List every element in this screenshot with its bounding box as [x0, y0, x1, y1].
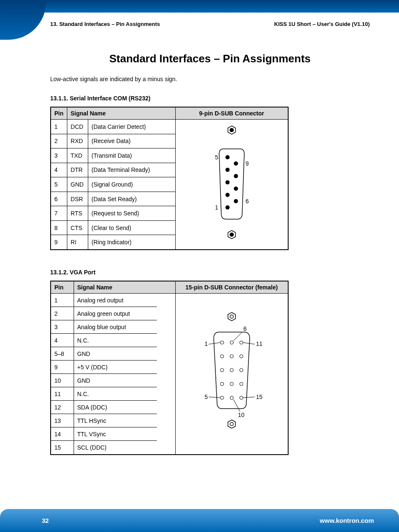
page-number: 32: [42, 517, 49, 524]
pin-cell: 13: [51, 414, 74, 427]
svg-point-9: [234, 174, 238, 178]
signal-cell: SDA (DDC): [74, 401, 175, 414]
pin-cell: 5–8: [51, 347, 74, 361]
dsub9-diagram: 5 9 1 6: [175, 120, 288, 250]
svg-text:11: 11: [256, 340, 263, 347]
intro-text: Low-active signals are indicated by a mi…: [50, 76, 370, 82]
section1-heading: 13.1.1. Serial Interface COM (RS232): [50, 95, 370, 102]
signal-cell: Analog red output: [74, 294, 175, 307]
svg-point-22: [220, 382, 224, 386]
svg-point-1: [230, 128, 234, 132]
svg-line-36: [209, 343, 220, 344]
svg-point-10: [234, 161, 238, 166]
svg-point-24: [230, 341, 233, 344]
svg-point-3: [225, 193, 230, 197]
section2-heading: 13.1.2. VGA Port: [50, 269, 370, 276]
signal-cell: SCL (DDC): [74, 441, 175, 455]
svg-point-21: [220, 368, 224, 372]
abbr-cell: GND: [67, 177, 88, 192]
svg-line-40: [243, 397, 255, 398]
page-footer: 32 www.kontron.com: [0, 509, 399, 532]
svg-text:15: 15: [256, 394, 263, 400]
pin-cell: 12: [51, 401, 74, 414]
svg-point-18: [230, 315, 233, 318]
pin-cell: 10: [51, 374, 74, 387]
th-signal: Signal Name: [74, 281, 175, 294]
pin-cell: 4: [51, 163, 67, 177]
svg-point-8: [234, 187, 238, 191]
svg-line-38: [243, 343, 255, 344]
vga-table: Pin Signal Name 15-pin D-SUB Connector (…: [50, 281, 289, 455]
th-pin: Pin: [51, 107, 67, 120]
pin-cell: 3: [51, 148, 67, 163]
svg-point-31: [240, 368, 243, 372]
svg-point-23: [220, 396, 224, 399]
pin-cell: 7: [51, 206, 67, 221]
svg-point-7: [234, 199, 238, 203]
pin-cell: 2: [51, 307, 74, 320]
th-pin: Pin: [51, 281, 74, 294]
svg-point-2: [225, 205, 230, 210]
svg-text:10: 10: [238, 412, 245, 418]
signal-cell: Analog green output: [74, 307, 175, 320]
pin-cell: 11: [51, 387, 74, 401]
svg-point-29: [240, 341, 243, 344]
svg-text:5: 5: [205, 394, 208, 400]
desc-cell: (Ring Indicator): [88, 235, 175, 250]
svg-text:1: 1: [205, 340, 208, 347]
footer-url: www.kontron.com: [320, 517, 374, 524]
header-left: 13. Standard Interfaces – Pin Assignment…: [50, 21, 160, 27]
serial-table: Pin Signal Name 9-pin D-SUB Connector 1 …: [50, 107, 289, 250]
signal-cell: GND: [74, 374, 175, 387]
pin-cell: 2: [51, 134, 67, 148]
desc-cell: (Receive Data): [88, 134, 175, 148]
desc-cell: (Signal Ground): [88, 177, 175, 192]
pin-cell: 3: [51, 320, 74, 334]
pin-cell: 1: [51, 120, 67, 134]
svg-point-30: [240, 355, 243, 358]
svg-point-19: [220, 341, 224, 344]
abbr-cell: DTR: [67, 163, 88, 177]
pin-cell: 1: [51, 294, 74, 307]
svg-point-35: [230, 422, 233, 426]
signal-cell: N.C.: [74, 387, 175, 401]
svg-point-26: [230, 368, 233, 372]
svg-point-25: [230, 355, 233, 358]
pin-cell: 9: [51, 235, 67, 250]
header-row: 13. Standard Interfaces – Pin Assignment…: [50, 21, 370, 27]
abbr-cell: CTS: [67, 220, 88, 235]
svg-point-20: [220, 355, 224, 358]
svg-marker-17: [228, 312, 235, 321]
svg-point-32: [240, 382, 243, 386]
page-content: 13. Standard Interfaces – Pin Assignment…: [0, 0, 399, 455]
abbr-cell: RTS: [67, 206, 88, 221]
desc-cell: (Data Carrier Detect): [88, 120, 175, 134]
abbr-cell: DCD: [67, 120, 88, 134]
desc-cell: (Data Set Ready): [88, 192, 175, 206]
signal-cell: +5 V (DDC): [74, 361, 175, 374]
dsub15-icon: 1 5 6 11 15 10: [196, 309, 267, 439]
dsub15-diagram: 1 5 6 11 15 10: [175, 294, 288, 455]
svg-text:1: 1: [215, 204, 218, 211]
svg-point-4: [225, 180, 230, 184]
svg-point-28: [230, 396, 233, 399]
svg-text:6: 6: [246, 198, 249, 205]
pin-cell: 8: [51, 220, 67, 235]
signal-cell: TTL VSync: [74, 427, 175, 441]
svg-point-6: [225, 155, 230, 159]
th-connector: 15-pin D-SUB Connector (female): [175, 281, 288, 294]
desc-cell: (Request to Send): [88, 206, 175, 221]
signal-cell: TTL HSync: [74, 414, 175, 427]
pin-cell: 6: [51, 192, 67, 206]
svg-line-37: [209, 397, 220, 398]
svg-point-12: [230, 233, 234, 237]
pin-cell: 4: [51, 334, 74, 347]
svg-text:6: 6: [243, 325, 247, 332]
pin-cell: 14: [51, 427, 74, 441]
signal-cell: GND: [74, 347, 175, 361]
pin-cell: 15: [51, 441, 74, 455]
top-bar: [0, 0, 399, 13]
abbr-cell: DSR: [67, 192, 88, 206]
page-title: Standard Interfaces – Pin Assignments: [50, 52, 370, 65]
svg-text:5: 5: [215, 154, 218, 161]
